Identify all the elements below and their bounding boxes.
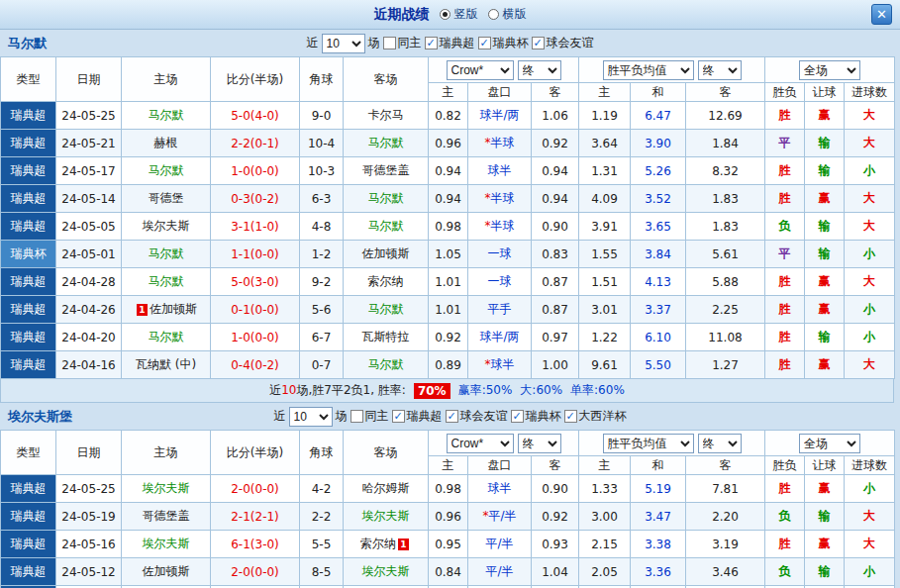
handicap-result-cell: 赢 (805, 531, 845, 558)
horizontal-layout-label: 横版 (503, 6, 527, 23)
title-bar: 近期战绩 竖版 横版 ✕ (0, 0, 900, 30)
away-odds-cell: 0.94 (532, 157, 579, 185)
full-match-select[interactable]: 全场 (799, 434, 860, 453)
date-cell: 24-05-25 (56, 475, 122, 503)
goals-result-cell: 小 (845, 475, 895, 503)
column-header: 主场 (122, 431, 211, 475)
league-cell: 瑞典超 (1, 503, 56, 531)
away-team-cell: 佐加顿斯 (344, 241, 429, 268)
radio-unselected-icon[interactable] (488, 9, 499, 20)
league-filter-checkbox[interactable]: ✓球会友谊 (446, 408, 508, 425)
league-filter-checkbox[interactable]: ✓瑞典杯 (511, 408, 561, 425)
handicap-cell: *半球 (468, 130, 532, 157)
same-home-checkbox[interactable]: 同主 (383, 35, 422, 51)
date-cell: 24-05-25 (56, 102, 122, 130)
avg-away-cell: 7.81 (686, 475, 765, 503)
odds-final-select[interactable]: 终 (518, 434, 561, 453)
checkbox-icon[interactable]: ✓ (532, 37, 545, 49)
odds-header-inner: Crow*终 (429, 434, 578, 453)
league-filter-checkbox[interactable]: ✓球会友谊 (532, 35, 594, 51)
horizontal-layout-radio[interactable]: 横版 (488, 6, 527, 23)
league-filter-checkbox[interactable]: ✓瑞典杯 (478, 35, 529, 51)
goals-result-cell: 大 (845, 268, 895, 296)
goals-result-cell: 大 (845, 531, 895, 558)
team-name-text: 马尔默 (149, 163, 184, 177)
league-filter-checkbox[interactable]: ✓大西洋杯 (564, 408, 627, 425)
match-count-select[interactable]: 10 (289, 407, 333, 427)
team-name-text: 马尔默 (368, 357, 404, 371)
date-cell: 24-05-16 (56, 531, 122, 558)
panel-title: 近期战绩 (374, 6, 430, 24)
checkbox-icon[interactable]: ✓ (446, 410, 458, 423)
team-name-text: 佐加顿斯 (143, 564, 190, 578)
odds-header-group: Crow*终 (429, 57, 579, 83)
full-match-inner: 全场 (765, 60, 894, 80)
sub-column-header: 主 (429, 456, 468, 475)
same-home-checkbox[interactable]: 同主 (350, 408, 389, 425)
same-home-checkbox-label: 同主 (365, 408, 389, 425)
avg-final-select[interactable]: 终 (698, 434, 742, 453)
home-odds-cell: 0.82 (429, 102, 468, 130)
goals-result-cell: 小 (845, 324, 895, 351)
avg-home-cell: 1.51 (579, 268, 631, 296)
odds-company-select[interactable]: Crow* (447, 434, 514, 453)
avg-final-select[interactable]: 终 (698, 60, 742, 80)
home-odds-cell: 1.05 (429, 241, 468, 268)
league-filter-checkbox[interactable]: ✓瑞典超 (392, 408, 443, 425)
date-cell: 24-05-21 (56, 130, 122, 157)
result-cell: 胜 (765, 475, 805, 503)
corners-cell: 6-3 (300, 185, 344, 213)
corners-cell: 2-2 (300, 503, 344, 531)
match-count-select[interactable]: 10 (322, 34, 365, 53)
odds-company-select[interactable]: Crow* (447, 60, 514, 80)
avg-home-cell: 1.55 (579, 241, 631, 268)
league-filter-checkbox[interactable]: ✓瑞典超 (425, 35, 475, 51)
odds-final-select[interactable]: 终 (518, 60, 561, 80)
league-filter-checkbox-label: 瑞典杯 (526, 408, 561, 425)
win-rate-badge: 70% (414, 383, 450, 399)
corners-cell: 10-4 (300, 130, 344, 157)
checkbox-icon[interactable]: ✓ (478, 37, 491, 49)
corners-cell: 1-2 (300, 241, 344, 268)
avg-select[interactable]: 胜平负均值 (603, 434, 694, 453)
team-section-header: 马尔默近10场同主✓瑞典超✓瑞典杯✓球会友谊 (0, 30, 900, 56)
checkbox-icon[interactable]: ✓ (564, 410, 577, 423)
avg-home-cell: 3.00 (579, 503, 631, 531)
result-cell: 负 (765, 213, 805, 241)
column-header: 客场 (344, 431, 429, 475)
close-button[interactable]: ✕ (871, 4, 892, 25)
home-team-cell: 哥德堡盖 (122, 503, 211, 531)
checkbox-icon[interactable]: ✓ (392, 410, 405, 423)
league-cell: 瑞典超 (1, 324, 56, 351)
avg-draw-cell: 3.90 (631, 130, 686, 157)
same-home-checkbox-label: 同主 (398, 35, 422, 51)
avg-draw-cell: 3.38 (631, 531, 686, 558)
sub-column-header: 客 (686, 456, 765, 475)
checkbox-icon[interactable]: ✓ (511, 410, 524, 423)
match-row: 瑞典超24-05-17马尔默1-0(0-0)10-3哥德堡盖0.94球半0.94… (1, 157, 895, 185)
summary-count: 10 (281, 383, 296, 397)
handicap-result-cell: 赢 (805, 351, 845, 379)
avg-select[interactable]: 胜平负均值 (603, 60, 694, 80)
avg-header-inner: 胜平负均值终 (579, 60, 764, 80)
checkbox-icon[interactable] (350, 410, 363, 423)
sub-column-header: 胜负 (765, 83, 805, 102)
avg-home-cell: 3.01 (579, 296, 631, 324)
league-filter-checkbox-label: 瑞典杯 (493, 35, 529, 51)
goals-result-cell: 小 (845, 558, 895, 586)
sub-column-header: 让球 (805, 456, 845, 475)
goals-result-cell: 小 (845, 241, 895, 268)
radio-selected-icon[interactable] (440, 9, 450, 20)
handicap-text: 半球 (491, 191, 515, 205)
handicap-cell: 平/半 (468, 531, 532, 558)
checkbox-icon[interactable]: ✓ (425, 37, 438, 49)
vertical-layout-radio[interactable]: 竖版 (440, 6, 478, 23)
summary-bar: 近10场,胜7平2负1, 胜率: 70%赢率:50%大:60%单率:60% (0, 379, 894, 403)
away-team-cell: 索尔纳 (344, 268, 429, 296)
full-match-select[interactable]: 全场 (799, 60, 860, 80)
league-filter-checkbox-label: 瑞典超 (440, 35, 475, 51)
handicap-cell: 球半/两 (468, 324, 532, 351)
result-cell: 胜 (765, 531, 805, 558)
avg-away-cell: 12.69 (686, 102, 765, 130)
checkbox-icon[interactable] (383, 37, 396, 49)
